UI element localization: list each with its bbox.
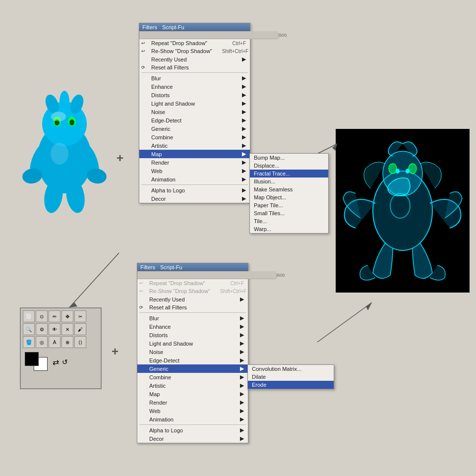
separator-1-bottom [139,312,246,313]
web-bottom[interactable]: Web ▶ [137,407,248,415]
decor-bottom[interactable]: Decor ▶ [137,434,248,443]
distorts-bottom[interactable]: Distorts ▶ [137,331,248,339]
noise-top[interactable]: Noise ▶ [139,108,250,116]
artistic-top[interactable]: Artistic ▶ [139,141,250,150]
reshow-drop-shadow-bottom[interactable]: ↩ Re-Show "Drop Shadow" Shift+Ctrl+F [137,287,248,295]
scriptfu-menu-top[interactable]: Script-Fu [162,24,184,30]
light-shadow-bottom[interactable]: Light and Shadow ▶ [137,339,248,348]
filters-menu-top[interactable]: Filters [142,24,157,30]
bottom-menu-titlebar: Filters Script-Fu [137,263,248,271]
map-bottom[interactable]: Map ▶ [137,390,248,398]
tool-transform[interactable]: ⚙ [36,323,48,335]
bump-map-top[interactable]: Bump Map... [250,154,328,162]
generic-submenu-bottom: Convolution Matrix... Dilate Erode [247,364,334,389]
combine-top[interactable]: Combine ▶ [139,133,250,141]
tile-top[interactable]: Tile... [250,217,328,225]
svg-line-27 [69,253,119,307]
right-arrow-svg [307,298,387,357]
light-shadow-top[interactable]: Light and Shadow ▶ [139,99,250,108]
noise-bottom[interactable]: Noise ▶ [137,348,248,356]
edge-detect-bottom[interactable]: Edge-Detect ▶ [137,356,248,364]
warp-top[interactable]: Warp... [250,225,328,233]
enhance-bottom[interactable]: Enhance ▶ [137,322,248,331]
repeat-drop-shadow-bottom[interactable]: ↩ Repeat "Drop Shadow" Ctrl+F [137,279,248,287]
erode-bottom[interactable]: Erode [248,381,334,389]
top-menu-titlebar: Filters Script-Fu [139,23,250,31]
svg-point-5 [69,119,74,125]
animation-top[interactable]: Animation ▶ [139,175,250,183]
convolution-matrix-bottom[interactable]: Convolution Matrix... [248,365,334,373]
map-top[interactable]: Map ▶ [139,150,250,158]
web-top[interactable]: Web ▶ [139,167,250,175]
combine-bottom[interactable]: Combine ▶ [137,373,248,381]
dilate-bottom[interactable]: Dilate [248,373,334,381]
svg-point-23 [406,169,410,174]
fg-bg-colors[interactable] [25,352,50,372]
tool-path[interactable]: ⟨⟩ [74,336,86,348]
render-top[interactable]: Render ▶ [139,158,250,167]
map-object-top[interactable]: Map Object... [250,193,328,201]
tool-bucket[interactable]: 🪣 [23,336,35,348]
alpha-to-logo-bottom[interactable]: Alpha to Logo ▶ [137,426,248,434]
svg-marker-28 [69,302,77,307]
toolbox-row-1: ⬜ ⊙ ✏ ✥ ✂ [23,310,99,322]
separator-2-top [141,184,248,185]
repeat-drop-shadow-top[interactable]: ↩ Repeat "Drop Shadow" Ctrl+F [139,39,250,47]
result-svg [336,129,470,293]
make-seamless-top[interactable]: Make Seamless [250,185,328,193]
blue-creature [15,69,114,218]
svg-marker-30 [366,302,372,310]
tool-crop[interactable]: ✂ [74,310,86,322]
tool-clone[interactable]: 👁 [49,323,60,335]
artistic-bottom[interactable]: Artistic ▶ [137,381,248,390]
render-bottom[interactable]: Render ▶ [137,398,248,407]
tool-heal[interactable]: ⊕ [61,336,73,348]
reset-all-filters-bottom[interactable]: ⟳ Reset all Filters [137,303,248,311]
toolbox: ⬜ ⊙ ✏ ✥ ✂ 🔍 ⚙ 👁 ✕ 🖌 🪣 ◎ A ⊕ ⟨⟩ ⇄ ↺ [20,307,102,389]
tool-paint[interactable]: 🖌 [74,323,86,335]
creature-svg [15,69,114,218]
paper-tile-top[interactable]: Paper Tile... [250,201,328,209]
alpha-to-logo-top[interactable]: Alpha to Logo ▶ [139,186,250,194]
foreground-color[interactable] [25,352,39,366]
scriptfu-menu-bottom[interactable]: Script-Fu [160,264,182,270]
svg-line-29 [317,302,372,342]
svg-point-15 [51,112,66,121]
distorts-top[interactable]: Distorts ▶ [139,91,250,99]
animation-bottom[interactable]: Animation ▶ [137,415,248,423]
recently-used-bottom[interactable]: Recently Used ▶ [137,295,248,303]
reset-colors[interactable]: ↺ [62,358,68,366]
swap-colors[interactable]: ⇄ [53,357,59,367]
svg-point-21 [409,164,416,174]
tool-text[interactable]: A [49,336,60,348]
bottom-ruler: |600 [137,271,276,279]
svg-point-20 [389,164,397,174]
enhance-top[interactable]: Enhance ▶ [139,82,250,91]
illusion-top[interactable]: Illusion... [250,178,328,185]
generic-top[interactable]: Generic ▶ [139,124,250,133]
generic-bottom[interactable]: Generic ▶ [137,364,248,373]
blur-top[interactable]: Blur ▶ [139,74,250,82]
svg-point-8 [60,91,69,113]
edge-detect-top[interactable]: Edge-Detect ▶ [139,116,250,124]
fractal-trace-top[interactable]: Fractal Trace... [250,170,328,178]
decor-top[interactable]: Decor ▶ [139,194,250,203]
tool-move[interactable]: ✥ [61,310,73,322]
recently-used-top[interactable]: Recently Used ▶ [139,55,250,63]
tool-blend[interactable]: ◎ [36,336,48,348]
plus-sign-top: + [117,151,123,165]
tool-rect-select[interactable]: ⬜ [23,310,35,322]
tool-ellipse-select[interactable]: ⊙ [36,310,48,322]
blur-bottom[interactable]: Blur ▶ [137,314,248,322]
toolbox-row-2: 🔍 ⚙ 👁 ✕ 🖌 [23,323,99,335]
bottom-menu-window: Filters Script-Fu |600 ↩ Repeat "Drop Sh… [137,263,248,443]
tool-zoom[interactable]: 🔍 [23,323,35,335]
displace-top[interactable]: Displace... [250,162,328,170]
reset-all-filters-top[interactable]: ⟳ Reset all Filters [139,63,250,71]
reshow-drop-shadow-top[interactable]: ↩ Re-Show "Drop Shadow" Shift+Ctrl+F [139,47,250,55]
small-tiles-top[interactable]: Small Tiles... [250,209,328,217]
tool-smudge[interactable]: ✕ [61,323,73,335]
tool-pencil[interactable]: ✏ [49,310,60,322]
filters-menu-bottom[interactable]: Filters [140,264,155,270]
plus-sign-bottom: + [112,345,119,358]
